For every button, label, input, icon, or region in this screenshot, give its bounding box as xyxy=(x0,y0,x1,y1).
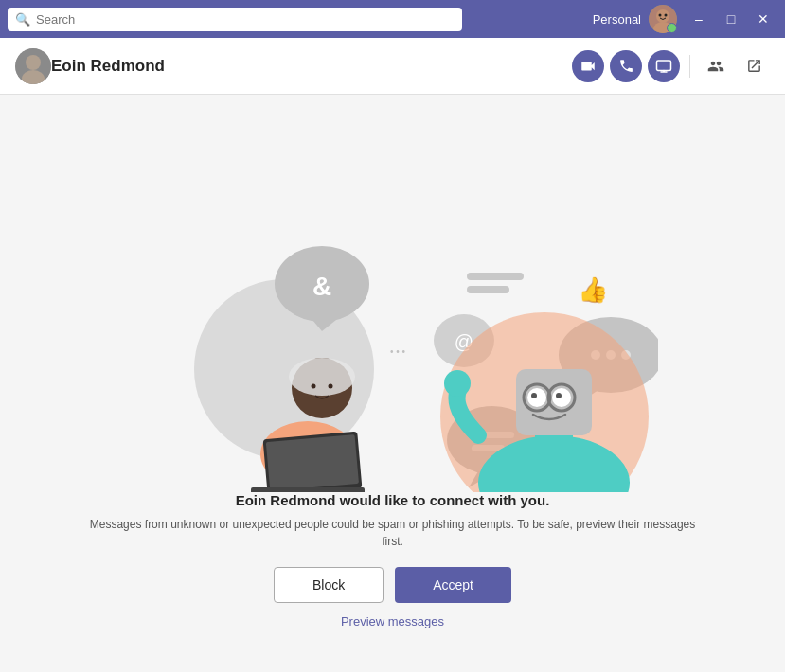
titlebar-right: Personal – □ ✕ xyxy=(593,5,777,33)
chatbar-actions xyxy=(572,50,770,82)
svg-point-1 xyxy=(656,9,669,23)
search-bar[interactable]: 🔍 xyxy=(8,8,462,31)
svg-rect-17 xyxy=(467,286,509,293)
svg-rect-34 xyxy=(265,434,358,491)
maximize-button[interactable]: □ xyxy=(717,5,745,33)
illustration: & • • • @ 👍 xyxy=(128,114,658,492)
search-input[interactable] xyxy=(8,8,462,31)
close-button[interactable]: ✕ xyxy=(749,5,777,33)
svg-point-30 xyxy=(289,358,355,396)
svg-rect-16 xyxy=(467,273,524,280)
contact-avatar xyxy=(15,48,51,84)
main-content: & • • • @ 👍 xyxy=(0,95,785,672)
svg-text:👍: 👍 xyxy=(578,274,609,305)
action-divider xyxy=(689,55,690,78)
add-people-button[interactable] xyxy=(700,50,732,82)
chat-header: Eoin Redmond xyxy=(0,38,785,95)
contact-name: Eoin Redmond xyxy=(51,57,165,76)
minimize-button[interactable]: – xyxy=(685,5,713,33)
connect-text: Eoin Redmond would like to connect with … xyxy=(43,492,743,550)
pop-out-button[interactable] xyxy=(738,50,770,82)
window-controls[interactable]: – □ ✕ xyxy=(685,5,777,33)
svg-point-32 xyxy=(328,384,332,389)
preview-messages-link[interactable]: Preview messages xyxy=(341,614,444,628)
svg-rect-35 xyxy=(251,487,365,492)
svg-text:&: & xyxy=(312,272,330,301)
svg-point-41 xyxy=(527,388,546,407)
search-icon: 🔍 xyxy=(15,12,30,27)
audio-call-button[interactable] xyxy=(610,50,642,82)
svg-point-4 xyxy=(665,14,668,17)
svg-point-44 xyxy=(552,388,571,407)
online-indicator xyxy=(669,25,677,33)
connect-title: Eoin Redmond would like to connect with … xyxy=(80,492,705,508)
connect-subtitle: Messages from unknown or unexpected peop… xyxy=(80,516,705,550)
titlebar: 🔍 Personal – □ ✕ xyxy=(0,0,785,38)
svg-rect-8 xyxy=(657,61,671,71)
svg-point-47 xyxy=(444,370,471,397)
svg-point-31 xyxy=(311,384,315,389)
button-row: Block Accept xyxy=(274,567,511,603)
svg-point-6 xyxy=(26,55,41,70)
svg-point-45 xyxy=(556,393,562,398)
accept-button[interactable]: Accept xyxy=(395,567,511,603)
block-button[interactable]: Block xyxy=(274,567,384,603)
user-avatar[interactable] xyxy=(649,5,677,33)
video-call-button[interactable] xyxy=(572,50,604,82)
user-label: Personal xyxy=(593,12,641,27)
svg-text:• • •: • • • xyxy=(389,346,405,357)
screen-share-button[interactable] xyxy=(648,50,680,82)
svg-point-42 xyxy=(531,393,537,398)
svg-point-3 xyxy=(659,14,662,17)
